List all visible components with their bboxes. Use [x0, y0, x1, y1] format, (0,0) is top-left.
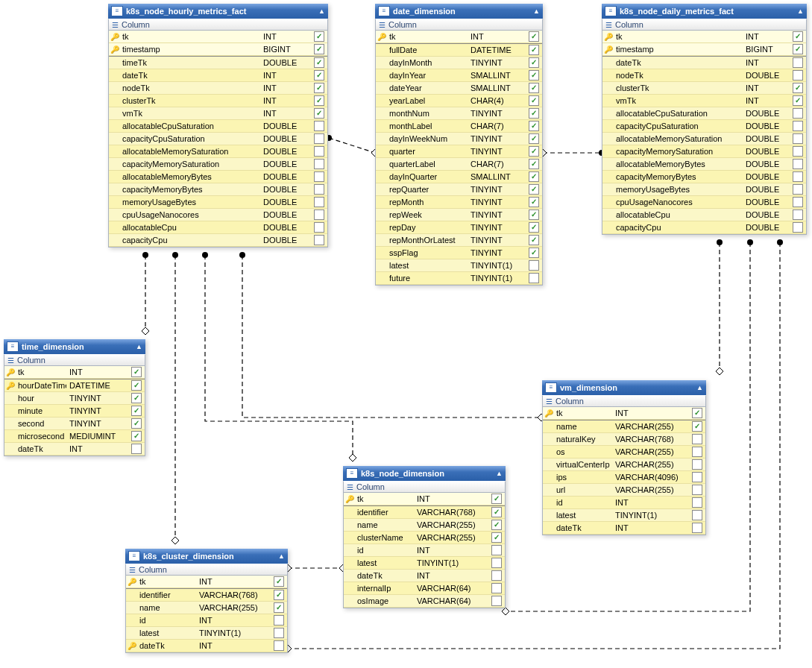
table-header[interactable]: k8s_node_dimension▲	[343, 466, 506, 481]
column-row[interactable]: allocatableCpuDOUBLE	[109, 221, 327, 234]
section-header[interactable]: ☰Column	[125, 564, 288, 576]
column-row[interactable]: capacityMemoryBytesDOUBLE	[109, 183, 327, 196]
nullable-checkbox[interactable]	[314, 70, 324, 81]
column-row[interactable]: cpuUsageNanocoresDOUBLE	[109, 209, 327, 221]
nullable-checkbox[interactable]	[274, 615, 284, 626]
column-row[interactable]: repQuarterTINYINT	[376, 183, 542, 196]
column-row[interactable]: repMonthTINYINT	[376, 196, 542, 209]
nullable-checkbox[interactable]	[314, 133, 324, 144]
column-row[interactable]: clusterNameVARCHAR(255)	[344, 532, 505, 544]
column-row[interactable]: idINT	[344, 544, 505, 557]
nullable-checkbox[interactable]	[491, 507, 502, 517]
column-row[interactable]: urlVARCHAR(255)	[543, 484, 705, 497]
nullable-checkbox[interactable]	[793, 171, 803, 182]
column-row[interactable]: dateTkINT	[109, 69, 327, 82]
column-row[interactable]: 🔑tkINT	[543, 407, 705, 420]
table-header[interactable]: k8s_cluster_dimension▲	[125, 549, 288, 564]
nullable-checkbox[interactable]	[131, 431, 142, 441]
nullable-checkbox[interactable]	[793, 209, 803, 220]
nullable-checkbox[interactable]	[529, 273, 539, 283]
nullable-checkbox[interactable]	[314, 197, 324, 207]
collapse-icon[interactable]: ▲	[533, 7, 540, 15]
column-row[interactable]: dayInQuarterSMALLINT	[376, 171, 542, 183]
nullable-checkbox[interactable]	[692, 523, 702, 533]
nullable-checkbox[interactable]	[793, 184, 803, 195]
nullable-checkbox[interactable]	[692, 472, 702, 482]
nullable-checkbox[interactable]	[314, 108, 324, 119]
column-row[interactable]: 🔑hourDateTimeDATETIME	[4, 379, 145, 392]
nullable-checkbox[interactable]	[692, 459, 702, 470]
column-row[interactable]: dateTkINT	[344, 570, 505, 582]
column-row[interactable]: nameVARCHAR(255)	[344, 519, 505, 532]
nullable-checkbox[interactable]	[529, 159, 539, 169]
nullable-checkbox[interactable]	[529, 45, 539, 55]
nullable-checkbox[interactable]	[131, 444, 142, 454]
nullable-checkbox[interactable]	[692, 421, 702, 432]
column-row[interactable]: 🔑tkINT	[126, 576, 287, 588]
column-row[interactable]: hourTINYINT	[4, 392, 145, 405]
column-row[interactable]: latestTINYINT(1)	[376, 259, 542, 272]
table-header[interactable]: vm_dimension▲	[542, 380, 706, 395]
column-row[interactable]: idINT	[543, 497, 705, 509]
nullable-checkbox[interactable]	[314, 44, 324, 54]
nullable-checkbox[interactable]	[529, 57, 539, 68]
nullable-checkbox[interactable]	[692, 497, 702, 508]
column-row[interactable]: dateYearSMALLINT	[376, 82, 542, 95]
nullable-checkbox[interactable]	[529, 70, 539, 81]
column-row[interactable]: secondTINYINT	[4, 418, 145, 430]
nullable-checkbox[interactable]	[491, 558, 502, 568]
column-row[interactable]: repDayTINYINT	[376, 221, 542, 234]
nullable-checkbox[interactable]	[529, 235, 539, 245]
column-row[interactable]: identifierVARCHAR(768)	[344, 506, 505, 519]
nullable-checkbox[interactable]	[314, 95, 324, 106]
nullable-checkbox[interactable]	[491, 570, 502, 581]
section-header[interactable]: ☰Column	[375, 19, 543, 31]
nullable-checkbox[interactable]	[793, 197, 803, 207]
column-row[interactable]: capacityCpuSaturationDOUBLE	[109, 133, 327, 145]
collapse-icon[interactable]: ▲	[318, 7, 325, 15]
collapse-icon[interactable]: ▲	[696, 384, 703, 391]
column-row[interactable]: nodeTkDOUBLE	[602, 69, 806, 82]
table-header[interactable]: time_dimension▲	[4, 339, 145, 354]
nullable-checkbox[interactable]	[529, 248, 539, 258]
column-row[interactable]: sspFlagTINYINT	[376, 247, 542, 259]
section-header[interactable]: ☰Column	[108, 19, 328, 31]
nullable-checkbox[interactable]	[274, 628, 284, 638]
collapse-icon[interactable]: ▲	[136, 343, 142, 350]
column-row[interactable]: nameVARCHAR(255)	[126, 602, 287, 614]
column-row[interactable]: cpuUsageNanocoresDOUBLE	[602, 196, 806, 209]
nullable-checkbox[interactable]	[793, 159, 803, 169]
nullable-checkbox[interactable]	[314, 209, 324, 220]
nullable-checkbox[interactable]	[314, 31, 324, 42]
column-row[interactable]: microsecondMEDIUMINT	[4, 430, 145, 443]
column-row[interactable]: vmTkINT	[602, 95, 806, 107]
column-row[interactable]: allocatableCpuSaturationDOUBLE	[602, 107, 806, 120]
nullable-checkbox[interactable]	[131, 418, 142, 429]
column-row[interactable]: yearLabelCHAR(4)	[376, 95, 542, 107]
table-header[interactable]: date_dimension▲	[375, 4, 543, 19]
column-row[interactable]: monthLabelCHAR(7)	[376, 120, 542, 133]
nullable-checkbox[interactable]	[314, 83, 324, 93]
column-row[interactable]: 🔑dateTkINT	[126, 640, 287, 652]
nullable-checkbox[interactable]	[529, 83, 539, 93]
column-row[interactable]: clusterTkINT	[109, 95, 327, 107]
nullable-checkbox[interactable]	[314, 184, 324, 195]
column-row[interactable]: quarterLabelCHAR(7)	[376, 158, 542, 171]
nullable-checkbox[interactable]	[131, 367, 142, 377]
nullable-checkbox[interactable]	[529, 95, 539, 106]
nullable-checkbox[interactable]	[131, 406, 142, 416]
column-row[interactable]: osVARCHAR(255)	[543, 446, 705, 459]
column-row[interactable]: allocatableMemoryBytesDOUBLE	[109, 171, 327, 183]
column-row[interactable]: capacityCpuDOUBLE	[602, 221, 806, 234]
nullable-checkbox[interactable]	[491, 532, 502, 543]
nullable-checkbox[interactable]	[793, 44, 803, 54]
nullable-checkbox[interactable]	[491, 583, 502, 593]
nullable-checkbox[interactable]	[314, 222, 324, 233]
section-header[interactable]: ☰Column	[343, 481, 506, 493]
column-row[interactable]: futureTINYINT(1)	[376, 272, 542, 285]
column-row[interactable]: timeTkDOUBLE	[109, 57, 327, 69]
column-row[interactable]: dateTkINT	[543, 522, 705, 535]
column-row[interactable]: monthNumTINYINT	[376, 107, 542, 120]
column-row[interactable]: latestTINYINT(1)	[344, 557, 505, 570]
nullable-checkbox[interactable]	[131, 393, 142, 403]
